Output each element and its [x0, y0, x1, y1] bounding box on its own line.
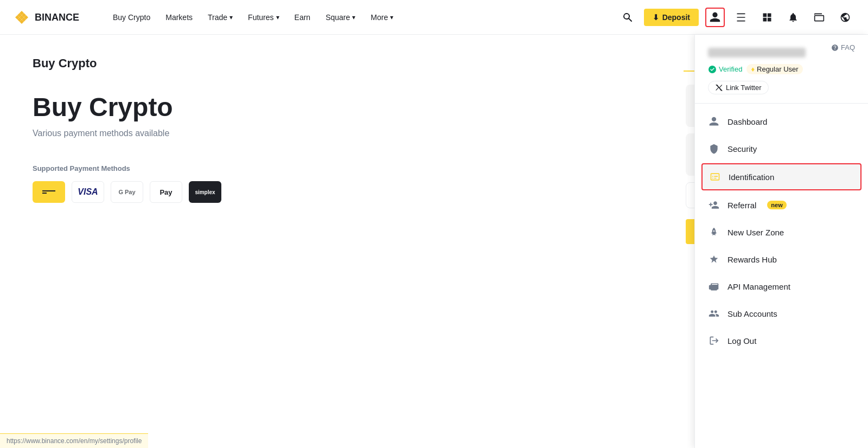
shield-icon	[708, 143, 720, 155]
menu-item-security[interactable]: Security	[695, 135, 868, 162]
nav-earn[interactable]: Earn	[288, 9, 317, 26]
menu-item-rewards-hub[interactable]: Rewards Hub	[695, 246, 868, 273]
main-content: Buy Crypto Buy Crypto Various payment me…	[0, 35, 868, 448]
wallet-button[interactable]	[809, 8, 829, 27]
id-card-icon	[709, 171, 721, 183]
user-icon	[709, 11, 721, 23]
navbar: BINANCE Buy Crypto Markets Trade ▾ Futur…	[0, 0, 868, 35]
profile-dropdown: FAQ Verified ♦ Regular User Link Twitter	[694, 35, 868, 448]
api-icon	[708, 280, 720, 292]
regular-user-badge: ♦ Regular User	[746, 64, 802, 74]
nav-links: Buy Crypto Markets Trade ▾ Futures ▾ Ear…	[106, 9, 618, 26]
dashboard-icon	[708, 116, 720, 127]
globe-icon	[840, 12, 851, 23]
apple-pay-icon: Pay	[150, 181, 182, 203]
menu-item-identification[interactable]: Identification	[701, 163, 861, 190]
menu-item-sub-accounts[interactable]: Sub Accounts	[695, 300, 868, 327]
svg-rect-1	[42, 190, 55, 191]
visa-icon: VISA	[72, 181, 104, 203]
status-bar: https://www.binance.com/en/my/settings/p…	[0, 433, 148, 448]
square-chevron-icon: ▾	[352, 14, 355, 21]
futures-chevron-icon: ▾	[276, 14, 279, 21]
hero-title: Buy Crypto	[33, 92, 651, 122]
wallet-icon	[814, 12, 825, 23]
gpay-icon: G Pay	[111, 181, 143, 203]
checkmark-icon	[708, 65, 717, 74]
binance-logo-icon	[13, 9, 30, 26]
search-icon	[622, 12, 633, 23]
menu-item-logout[interactable]: Log Out	[695, 327, 868, 354]
binance-wordmark: BINANCE	[35, 11, 89, 24]
nav-more[interactable]: More ▾	[364, 9, 400, 26]
verified-badge: Verified	[708, 65, 742, 74]
payment-icons: VISA G Pay Pay simplex	[33, 181, 651, 203]
grid-button[interactable]	[757, 8, 777, 27]
page-title: Buy Crypto	[33, 56, 651, 71]
search-button[interactable]	[618, 8, 637, 27]
nav-futures[interactable]: Futures ▾	[241, 9, 285, 26]
menu-item-api[interactable]: API Management	[695, 273, 868, 300]
user-badges: Verified ♦ Regular User	[708, 64, 855, 74]
trade-chevron-icon: ▾	[229, 14, 233, 21]
hero-subtitle: Various payment methods available	[33, 129, 651, 138]
svg-text:BINANCE: BINANCE	[35, 12, 79, 23]
menu-item-new-user-zone[interactable]: New User Zone	[695, 219, 868, 246]
person-add-icon	[708, 199, 720, 211]
nav-markets[interactable]: Markets	[159, 9, 199, 26]
link-twitter-button[interactable]: Link Twitter	[708, 81, 769, 94]
new-badge: new	[767, 201, 786, 209]
group-icon	[708, 308, 720, 319]
twitter-x-icon	[715, 84, 723, 92]
nav-right: ⬇ Deposit	[618, 8, 855, 27]
notifications-button[interactable]	[783, 8, 803, 27]
language-button[interactable]	[835, 8, 855, 27]
rewards-icon	[708, 253, 720, 265]
profile-button[interactable]	[705, 8, 725, 27]
menu-item-dashboard[interactable]: Dashboard	[695, 108, 868, 135]
left-panel: Buy Crypto Buy Crypto Various payment me…	[0, 35, 684, 448]
card-icon	[33, 181, 65, 203]
faq-icon	[831, 44, 839, 52]
bell-icon	[788, 12, 799, 23]
simplex-icon: simplex	[189, 181, 221, 203]
nav-square[interactable]: Square ▾	[319, 9, 362, 26]
payment-methods-label: Supported Payment Methods	[33, 164, 651, 172]
rocket-icon	[708, 226, 720, 238]
orders-icon	[736, 12, 746, 23]
logo[interactable]: BINANCE	[13, 9, 89, 26]
svg-rect-2	[42, 193, 47, 194]
faq-link[interactable]: FAQ	[831, 43, 855, 52]
menu-items: Dashboard Security Identification	[695, 104, 868, 359]
more-chevron-icon: ▾	[390, 14, 393, 21]
deposit-icon: ⬇	[653, 13, 659, 22]
grid-icon	[762, 12, 773, 23]
orders-button[interactable]	[731, 8, 751, 27]
nav-buy-crypto[interactable]: Buy Crypto	[106, 9, 157, 26]
deposit-button[interactable]: ⬇ Deposit	[644, 9, 699, 26]
user-email-blur	[708, 48, 806, 57]
logout-icon	[708, 335, 720, 347]
menu-item-referral[interactable]: Referral new	[695, 191, 868, 219]
dropdown-header: Verified ♦ Regular User Link Twitter	[695, 43, 868, 104]
nav-trade[interactable]: Trade ▾	[201, 9, 239, 26]
